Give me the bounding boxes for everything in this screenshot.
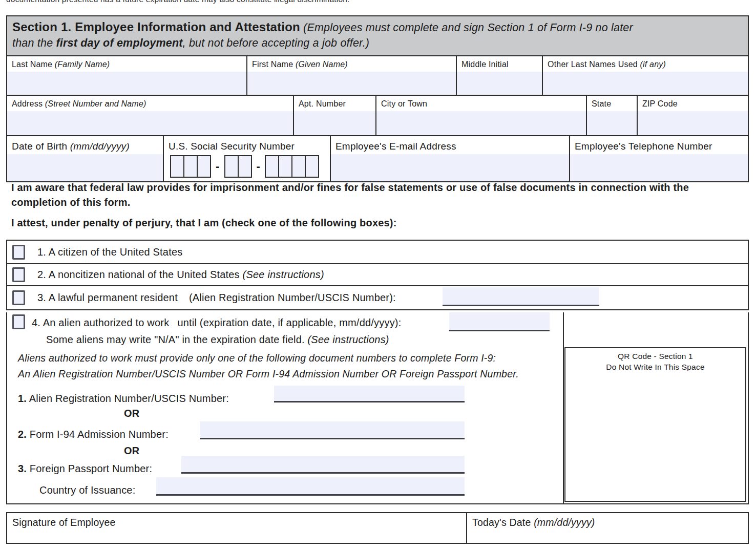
country-of-issuance-label: Country of Issuance: [39,484,135,496]
section1-subtitle-line1: (Employees must complete and sign Sectio… [300,22,633,34]
noncitizen-national-label: 2. A noncitizen national of the United S… [37,269,324,281]
other-last-names-cell: Other Last Names Used (if any) [543,56,748,95]
ssn-group-serial [265,155,319,178]
middle-initial-label: Middle Initial [457,56,542,72]
last-name-cell: Last Name (Family Name) [7,56,247,95]
option-permanent-resident-row: 3. A lawful permanent resident(Alien Reg… [7,286,748,309]
or-separator-1: OR [124,408,139,419]
citizen-checkbox[interactable] [12,245,25,260]
ssn-boxes: - - [170,155,330,178]
noncitizen-national-checkbox[interactable] [12,267,25,282]
last-name-input[interactable] [7,72,246,95]
employee-signature-field[interactable]: Signature of Employee [7,513,467,543]
ssn-digit-box[interactable] [291,155,306,178]
address-cell: Address (Street Number and Name) [7,96,294,135]
qr-code-placeholder: QR Code - Section 1 Do Not Write In This… [564,347,746,502]
ssn-label: U.S. Social Security Number [164,136,330,154]
ssn-digit-box[interactable] [224,155,239,178]
other-last-names-label: Other Last Names Used (if any) [543,56,748,72]
permanent-resident-label: 3. A lawful permanent resident(Alien Reg… [37,292,396,304]
signature-table: Signature of Employee Today's Date (mm/d… [6,512,749,544]
qr-code-title: QR Code - Section 1 [565,351,745,362]
authorized-alien-note: Some aliens may write "N/A" in the expir… [46,334,389,346]
apt-number-input[interactable] [294,111,375,135]
alien-registration-number-input[interactable] [274,386,465,402]
section1-subtitle-line2-pre: than the [12,37,56,49]
zip-code-input[interactable] [638,111,748,135]
work-authorization-expiration-input[interactable] [449,312,550,331]
ssn-dash: - [252,160,265,173]
section1-title: Section 1. Employee Information and Atte… [12,20,300,34]
alien-documents-intro-line1: Aliens authorized to work must provide o… [18,350,519,366]
alien-uscis-number-input[interactable] [443,287,599,306]
city-cell: City or Town [376,96,587,135]
first-name-cell: First Name (Given Name) [247,56,457,95]
i94-admission-number-input[interactable] [200,421,465,439]
section1-subtitle-line2-post: , but not before accepting a job offer.) [183,37,370,49]
dob-ssn-contact-row: Date of Birth (mm/dd/yyyy) U.S. Social S… [7,136,748,181]
authorized-alien-block: 4. An alien authorized to workuntil (exp… [6,312,749,504]
ssn-group-group [224,155,252,178]
ssn-digit-box[interactable] [197,155,211,178]
ssn-digit-box[interactable] [183,155,198,178]
address-row: Address (Street Number and Name) Apt. Nu… [7,96,748,136]
middle-initial-cell: Middle Initial [457,56,543,95]
state-cell: State [587,96,638,135]
alien-documents-intro: Aliens authorized to work must provide o… [18,350,519,382]
authorized-alien-checkbox[interactable] [12,314,25,329]
citizenship-options-table: 1. A citizen of the United States 2. A n… [6,240,749,310]
alien-documents-intro-line2: An Alien Registration Number/USCIS Numbe… [18,366,519,382]
qr-code-warning: Do Not Write In This Space [565,362,745,372]
ssn-digit-box[interactable] [238,155,252,178]
section1-subtitle-emphasis: first day of employment [56,37,182,49]
address-label: Address (Street Number and Name) [7,96,293,111]
address-input[interactable] [7,111,293,135]
state-label: State [587,96,637,111]
alien-registration-number-label: 1. Alien Registration Number/USCIS Numbe… [18,393,229,405]
zip-code-label: ZIP Code [638,96,748,111]
phone-cell: Employee's Telephone Number [570,136,748,181]
ssn-cell: U.S. Social Security Number - - [164,136,331,181]
city-input[interactable] [376,111,586,135]
ssn-digit-box[interactable] [278,155,292,178]
apt-number-cell: Apt. Number [294,96,376,135]
foreign-passport-number-input[interactable] [181,456,465,474]
foreign-passport-number-label: 3. Foreign Passport Number: [18,463,152,475]
city-label: City or Town [376,96,586,111]
email-input[interactable] [331,154,569,181]
ssn-digit-box[interactable] [305,155,319,178]
ssn-digit-box[interactable] [170,155,184,178]
employee-signature-label: Signature of Employee [12,517,116,528]
qr-column-divider [563,312,564,503]
permanent-resident-checkbox[interactable] [12,290,25,305]
other-last-names-input[interactable] [543,72,748,95]
zip-code-cell: ZIP Code [638,96,748,135]
ssn-digit-box[interactable] [265,155,279,178]
email-label: Employee's E-mail Address [331,136,569,154]
email-cell: Employee's E-mail Address [331,136,570,181]
ssn-dash: - [211,160,224,173]
authorized-alien-label: 4. An alien authorized to workuntil (exp… [32,317,401,329]
or-separator-2: OR [124,445,139,457]
last-name-label: Last Name (Family Name) [7,56,246,72]
option-noncitizen-national-row: 2. A noncitizen national of the United S… [7,264,748,286]
date-of-birth-input[interactable] [7,154,163,181]
section1-header: Section 1. Employee Information and Atte… [7,16,748,56]
name-row: Last Name (Family Name) First Name (Give… [7,56,748,96]
middle-initial-input[interactable] [457,72,542,95]
date-of-birth-cell: Date of Birth (mm/dd/yyyy) [7,136,164,181]
i94-admission-number-label: 2. Form I-94 Admission Number: [18,429,169,440]
ssn-group-area [170,155,211,178]
clipped-text: documentation presented has a future exp… [6,0,750,4]
phone-label: Employee's Telephone Number [570,136,748,154]
employee-info-table: Section 1. Employee Information and Atte… [6,15,749,182]
attestation-instruction: I attest, under penalty of perjury, that… [11,217,728,229]
todays-date-field[interactable]: Today's Date (mm/dd/yyyy) [467,513,748,543]
state-input[interactable] [587,111,637,135]
option-citizen-row: 1. A citizen of the United States [7,241,748,264]
first-name-input[interactable] [247,72,456,95]
date-of-birth-label: Date of Birth (mm/dd/yyyy) [7,136,163,154]
phone-input[interactable] [570,154,748,181]
country-of-issuance-input[interactable] [156,477,465,496]
i9-form-section1-page: documentation presented has a future exp… [0,0,756,551]
